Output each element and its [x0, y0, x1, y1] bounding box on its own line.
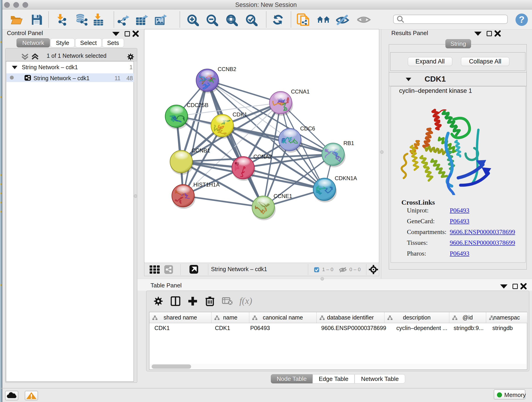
svg-text:CCNB2: CCNB2	[218, 66, 236, 72]
svg-text:CCNB1: CCNB1	[191, 147, 210, 153]
svg-text:CDC6: CDC6	[300, 125, 315, 132]
svg-text:CDC25B: CDC25B	[187, 102, 209, 108]
svg-text:CDKN1A: CDKN1A	[335, 175, 357, 181]
svg-text:HIST1H1A: HIST1H1A	[193, 182, 220, 188]
svg-text:CCNA1: CCNA1	[291, 89, 310, 95]
svg-text:CCNE1: CCNE1	[273, 193, 292, 199]
svg-text:CCNA2: CCNA2	[253, 153, 272, 160]
svg-text:RB1: RB1	[343, 140, 354, 146]
svg-text:CDK1: CDK1	[233, 111, 247, 118]
svg-text:?: ?	[519, 14, 525, 25]
